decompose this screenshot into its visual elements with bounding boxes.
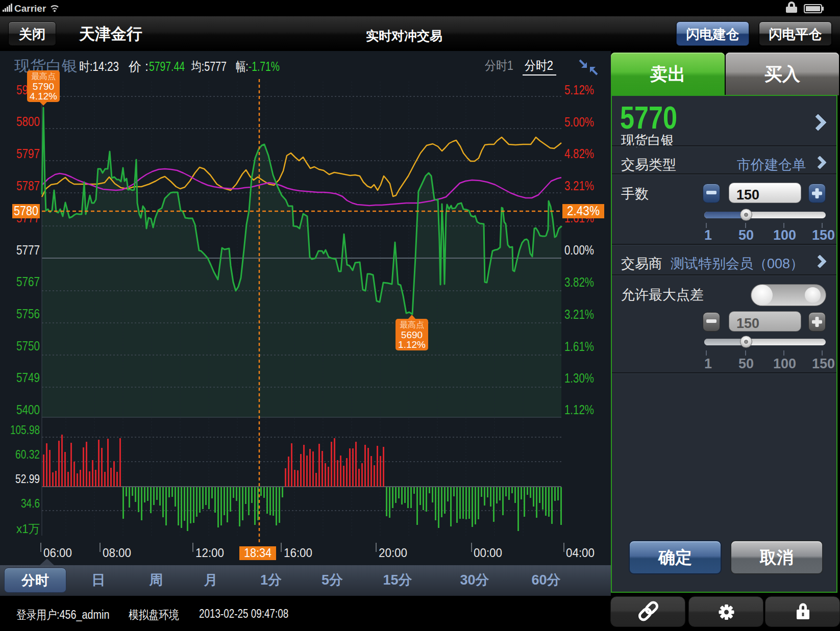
svg-text:4.82%: 4.82% (564, 146, 594, 161)
svg-text:0.00%: 0.00% (564, 242, 594, 258)
svg-text:60.32: 60.32 (15, 447, 40, 461)
svg-text:04:00: 04:00 (566, 546, 595, 560)
svg-text:4.12%: 4.12% (30, 91, 57, 102)
svg-text:分时2: 分时2 (525, 58, 553, 72)
svg-text:5797: 5797 (16, 146, 40, 161)
svg-text:34.6: 34.6 (21, 496, 40, 510)
svg-text:3.82%: 3.82% (564, 274, 594, 290)
svg-text:08:00: 08:00 (103, 546, 131, 560)
svg-text:Carrier: Carrier (14, 3, 46, 14)
svg-text:最高点: 最高点 (400, 320, 424, 329)
svg-text:1.12%: 1.12% (564, 402, 594, 417)
svg-text:52.99: 52.99 (15, 472, 40, 486)
svg-text:06:00: 06:00 (43, 546, 72, 560)
svg-text:5750: 5750 (16, 338, 40, 354)
svg-text:1.61%: 1.61% (564, 339, 594, 354)
svg-text:分时1: 分时1 (485, 58, 513, 72)
svg-text:5749: 5749 (16, 370, 40, 385)
svg-text:2.43%: 2.43% (567, 203, 600, 218)
svg-text:5790: 5790 (33, 81, 54, 92)
svg-text:1.12%: 1.12% (398, 339, 426, 350)
svg-text:20:00: 20:00 (379, 546, 407, 560)
svg-text:5780: 5780 (14, 203, 38, 218)
svg-text:18:34: 18:34 (244, 546, 271, 560)
svg-text:1.30%: 1.30% (564, 370, 594, 386)
svg-text:12:00: 12:00 (195, 546, 224, 560)
svg-text:均:5777: 均:5777 (191, 59, 227, 73)
svg-text:5800: 5800 (16, 114, 40, 129)
svg-text:5797.44: 5797.44 (149, 59, 185, 73)
svg-text:105.98: 105.98 (10, 423, 40, 437)
svg-text:00:00: 00:00 (474, 546, 502, 560)
svg-text:5690: 5690 (401, 330, 423, 340)
svg-text:5787: 5787 (16, 178, 40, 193)
svg-text:5.00%: 5.00% (564, 114, 594, 130)
svg-text:5756: 5756 (16, 306, 40, 321)
svg-text:16:00: 16:00 (284, 546, 312, 560)
svg-text:3.21%: 3.21% (564, 307, 594, 322)
svg-text:5.12%: 5.12% (564, 82, 594, 97)
svg-text:3.21%: 3.21% (564, 178, 594, 193)
svg-text:价 :: 价 : (128, 59, 149, 73)
svg-text:时:14:23: 时:14:23 (79, 59, 119, 73)
svg-text:幅:-1.71%: 幅:-1.71% (236, 59, 280, 73)
svg-text:最高点: 最高点 (31, 72, 56, 81)
svg-text:5767: 5767 (16, 274, 40, 289)
svg-text:x1万: x1万 (16, 522, 40, 536)
svg-text:5400: 5400 (16, 402, 40, 417)
svg-text:5777: 5777 (16, 242, 40, 258)
